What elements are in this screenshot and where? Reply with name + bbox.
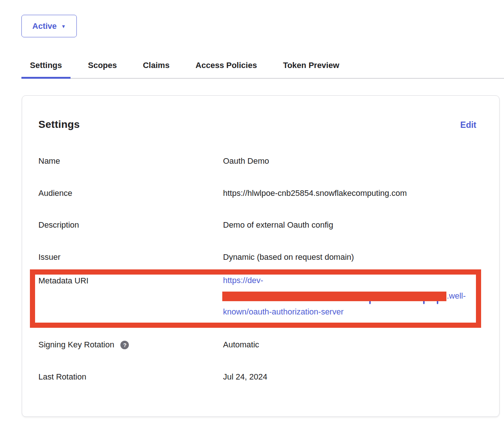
field-value: Jul 24, 2024	[223, 372, 267, 382]
settings-card: Settings Edit Name Oauth Demo Audience h…	[22, 95, 500, 417]
metadata-uri-link-line3[interactable]: known/oauth-authorization-server	[223, 307, 344, 317]
field-label-text: Signing Key Rotation	[38, 340, 114, 350]
tab-bar: Settings Scopes Claims Access Policies T…	[21, 59, 504, 79]
redacted-text-descender	[369, 301, 371, 304]
status-dropdown-button[interactable]: Active ▼	[21, 15, 77, 37]
field-label: Metadata URI	[38, 276, 89, 286]
field-label: Description	[38, 220, 79, 230]
metadata-uri-link-line1[interactable]: https://dev-	[223, 276, 263, 285]
redacted-value-bar	[222, 292, 446, 301]
field-value: Automatic	[223, 340, 259, 350]
field-label: Name	[38, 156, 60, 166]
field-value: Oauth Demo	[223, 156, 269, 166]
field-value: https://hlwlpoe-cnb25854.snowflakecomput…	[223, 188, 407, 198]
help-question-icon[interactable]: ?	[120, 341, 129, 349]
field-value: Dynamic (based on request domain)	[223, 252, 354, 262]
tab-scopes[interactable]: Scopes	[79, 59, 125, 78]
chevron-down-icon: ▼	[61, 24, 66, 29]
edit-button[interactable]: Edit	[460, 120, 476, 130]
tab-settings[interactable]: Settings	[21, 59, 71, 79]
field-label: Audience	[38, 188, 72, 198]
field-label: Signing Key Rotation ?	[38, 340, 129, 350]
field-label: Issuer	[38, 252, 61, 262]
tab-claims[interactable]: Claims	[134, 59, 178, 78]
field-label: Last Rotation	[38, 372, 86, 382]
oauth-server-settings-page: Active ▼ Settings Scopes Claims Access P…	[0, 0, 504, 432]
field-value: Demo of external Oauth config	[223, 220, 333, 230]
tab-token-preview[interactable]: Token Preview	[274, 59, 347, 78]
metadata-uri-link-line2-suffix[interactable]: .well-	[447, 291, 466, 301]
tab-access-policies[interactable]: Access Policies	[187, 59, 265, 78]
status-label: Active	[32, 21, 57, 31]
card-title: Settings	[38, 119, 80, 130]
redacted-text-descender	[437, 301, 438, 304]
redacted-text-descender	[423, 301, 425, 304]
